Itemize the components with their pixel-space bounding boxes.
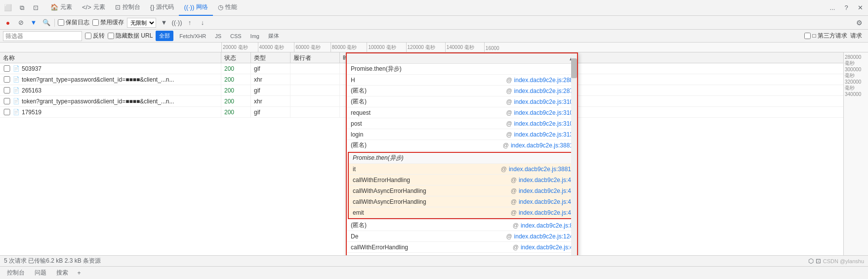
cs-row-cwaeh1[interactable]: callWithAsyncErrorHandling @ index.dacb9… xyxy=(349,186,575,196)
tab-welcome[interactable]: 🏠 元素 xyxy=(45,0,77,16)
preserve-log-input[interactable] xyxy=(58,19,64,26)
download-btn[interactable]: ↓ xyxy=(198,18,207,28)
bottom-tab-search[interactable]: 搜索 xyxy=(52,268,72,278)
popup-scrollbar[interactable]: ▼ xyxy=(571,53,577,255)
cs-link-H[interactable]: index.dacb9c2e.js:288 xyxy=(514,77,573,84)
cs-row-post[interactable]: post @ index.dacb9c2e.js:310 xyxy=(347,118,577,129)
cs-name-promise2: Promise.then(异步) xyxy=(353,154,571,162)
cs-row-anon3[interactable]: (匿名) @ index.dacb9c2e.js:3881 xyxy=(347,140,577,151)
settings-btn[interactable]: ⚙ xyxy=(853,17,865,29)
cs-link-anon4[interactable]: index.dacb9c2e.js:8 xyxy=(521,222,573,229)
file-icon-4: 📄 xyxy=(13,109,20,115)
popout-icon-btn[interactable]: ⊡ xyxy=(30,2,41,14)
network-online-btn[interactable]: ((·)) xyxy=(172,18,182,28)
search-icon: 🔍 xyxy=(42,19,50,26)
reverse-input[interactable] xyxy=(85,33,91,39)
highlighted-section: Promise.then(异步) it @ index.dacb9c2e.js:… xyxy=(348,152,576,219)
csdn-icon-btn[interactable]: ⬡ xyxy=(808,257,814,265)
td-status-3: 200 xyxy=(221,96,251,107)
status-text: 5 次请求 已传输6.2 kB 2.3 kB 条资源 xyxy=(4,257,101,265)
filter-css-btn[interactable]: CSS xyxy=(227,32,245,40)
filter-js-btn[interactable]: JS xyxy=(212,32,224,40)
row-checkbox-2[interactable] xyxy=(3,87,11,93)
device-icon-btn[interactable]: ⧉ xyxy=(16,2,28,14)
disable-cache-input[interactable] xyxy=(92,19,99,26)
th-executor[interactable]: 履行者 xyxy=(290,52,340,63)
third-party-checkbox[interactable]: □ 第三方请求 xyxy=(804,32,847,40)
th-type[interactable]: 类型 xyxy=(251,52,290,63)
cs-row-cwaeh2[interactable]: callWithAsyncErrorHandling @ index.dacb9… xyxy=(349,196,575,207)
filter-all-btn[interactable]: 全部 xyxy=(156,31,173,41)
close-btn[interactable]: ✕ xyxy=(854,2,866,14)
cs-link-cwe2[interactable]: index.dacb9c2e.js:4 xyxy=(521,244,573,251)
cs-link-emit[interactable]: index.dacb9c2e.js:4 xyxy=(519,209,571,216)
row-checkbox-0[interactable] xyxy=(3,65,11,72)
disable-cache-checkbox[interactable]: 禁用缓存 xyxy=(92,18,124,27)
record-btn[interactable]: ● xyxy=(3,18,13,28)
bottom-tab-add-btn[interactable]: + xyxy=(74,268,84,278)
bottom-tab-console[interactable]: 控制台 xyxy=(3,268,29,278)
filter-input[interactable] xyxy=(3,31,82,41)
cs-row-pre1[interactable]: Promise.then(异步) xyxy=(347,64,577,75)
tab-bar: ⬜ ⧉ ⊡ 🏠 元素 </> 元素 ⊡ 控制台 {} 源代码 ((·)) 网络 … xyxy=(0,0,868,16)
stop-btn[interactable]: ⊘ xyxy=(16,18,26,28)
cs-row-cwe2[interactable]: callWithErrorHandling @ index.dacb9c2e.j… xyxy=(347,242,577,253)
bottom-tab-issues[interactable]: 问题 xyxy=(31,268,50,278)
tab-sources[interactable]: {} 源代码 xyxy=(145,0,179,16)
cs-link-login[interactable]: index.dacb9c2e.js:313 xyxy=(514,131,573,138)
tab-network[interactable]: ((·)) 网络 xyxy=(179,0,213,16)
filter-bar: 反转 隐藏数据 URL 全部 Fetch/XHR JS CSS Img 媒体 xyxy=(0,30,868,43)
cs-row-emit[interactable]: emit @ index.dacb9c2e.js:4 xyxy=(349,207,575,218)
tick-100000: 100000 毫秒 xyxy=(367,43,406,52)
help-btn[interactable]: ? xyxy=(840,2,852,14)
cs-link-anon3[interactable]: index.dacb9c2e.js:3881 xyxy=(511,142,573,149)
throttle-select[interactable]: 无限制 xyxy=(127,18,156,28)
row-checkbox-4[interactable] xyxy=(3,109,11,115)
search-btn[interactable]: 🔍 xyxy=(41,18,51,28)
reverse-checkbox[interactable]: 反转 xyxy=(85,32,105,40)
cs-at-cwaeh2: @ xyxy=(511,198,517,205)
screen-icon-btn[interactable]: ⊡ xyxy=(816,257,821,265)
cs-link-post[interactable]: index.dacb9c2e.js:310 xyxy=(514,120,573,127)
cs-link-request[interactable]: index.dacb9c2e.js:310 xyxy=(514,109,573,116)
cs-row-it[interactable]: it @ index.dacb9c2e.js:3881 xyxy=(349,164,575,175)
filter-media-btn[interactable]: 媒体 xyxy=(265,31,282,41)
cs-row-request[interactable]: request @ index.dacb9c2e.js:310 xyxy=(347,107,577,118)
preserve-log-checkbox[interactable]: 保留日志 xyxy=(58,18,89,27)
cs-row-cwaeh3[interactable]: callWithAsyncErrorHandling @ index.dacb9… xyxy=(347,253,577,255)
throttle-dropdown-btn[interactable]: ▼ xyxy=(159,18,169,28)
cs-row-login[interactable]: login @ index.dacb9c2e.js:313 xyxy=(347,129,577,140)
hide-data-url-input[interactable] xyxy=(108,33,114,39)
tab-console[interactable]: ⊡ 控制台 xyxy=(110,0,145,16)
inspect-icon-btn[interactable]: ⬜ xyxy=(2,2,14,14)
more-tabs-btn[interactable]: ... xyxy=(827,2,838,14)
cs-row-anon2[interactable]: (匿名) @ index.dacb9c2e.js:310 xyxy=(347,96,577,107)
cs-link-it[interactable]: index.dacb9c2e.js:3881 xyxy=(509,166,571,173)
cs-name-anon3: (匿名) xyxy=(351,141,501,149)
upload-btn[interactable]: ↑ xyxy=(185,18,195,28)
cs-row-De[interactable]: De @ index.dacb9c2e.js:124 xyxy=(347,231,577,242)
cs-name-anon2: (匿名) xyxy=(351,97,504,106)
cs-link-cwaeh2[interactable]: index.dacb9c2e.js:4 xyxy=(519,198,571,205)
tab-elements[interactable]: </> 元素 xyxy=(77,0,110,16)
tab-performance[interactable]: ◷ 性能 xyxy=(213,0,242,16)
cs-link-De[interactable]: index.dacb9c2e.js:124 xyxy=(514,233,573,240)
cs-link-cwaeh3[interactable]: index.dacb9c2e.js:4 xyxy=(521,255,573,256)
cs-row-H[interactable]: H @ index.dacb9c2e.js:288 xyxy=(347,75,577,86)
third-party-input[interactable] xyxy=(804,33,811,39)
cs-row-cwe1[interactable]: callWithErrorHandling @ index.dacb9c2e.j… xyxy=(349,175,575,186)
cs-row-anon4[interactable]: (匿名) @ index.dacb9c2e.js:8 xyxy=(347,220,577,231)
th-name[interactable]: 名称 xyxy=(0,52,221,63)
th-status[interactable]: 状态 xyxy=(221,52,251,63)
cs-link-cwaeh1[interactable]: index.dacb9c2e.js:4 xyxy=(519,187,571,194)
cs-link-anon2[interactable]: index.dacb9c2e.js:310 xyxy=(514,98,573,105)
filter-toggle-btn[interactable]: ▼ xyxy=(29,18,39,28)
cs-link-anon1[interactable]: index.dacb9c2e.js:287 xyxy=(514,88,573,94)
hide-data-url-checkbox[interactable]: 隐藏数据 URL xyxy=(108,32,153,40)
filter-img-btn[interactable]: Img xyxy=(248,32,262,40)
cs-link-cwe1[interactable]: index.dacb9c2e.js:4 xyxy=(519,177,571,184)
row-checkbox-3[interactable] xyxy=(3,98,11,104)
filter-fetchxhr-btn[interactable]: Fetch/XHR xyxy=(176,32,209,40)
cs-row-anon1[interactable]: (匿名) @ index.dacb9c2e.js:287 xyxy=(347,86,577,96)
row-checkbox-1[interactable] xyxy=(3,76,11,83)
